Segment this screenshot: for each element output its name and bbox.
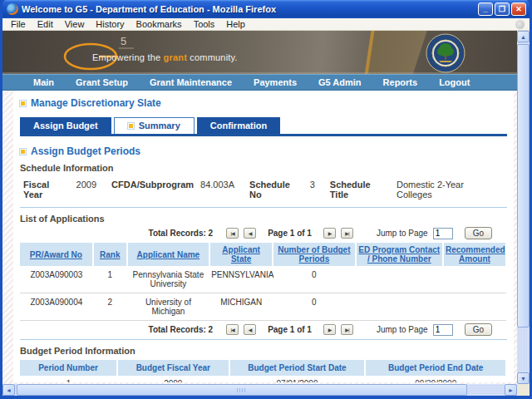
column-header-number-of-budget-periods[interactable]: Number of Budget Periods [273,243,355,266]
page-content: Manage Discretionary Slate Assign Budget… [13,91,514,382]
go-button[interactable]: Go [465,227,492,239]
department-of-education-seal-icon [426,33,466,74]
budget-periods-table: Period NumberBudget Fiscal YearBudget Pe… [20,360,507,382]
applications-pager-bottom: Total Records: 2|◀◀Page 1 of 1▶▶|Jump to… [20,323,492,336]
firefox-throbber-icon [515,20,525,29]
browser-window: Welcome to G5 - Department of Education … [0,0,532,399]
nav-item-payments[interactable]: Payments [243,77,308,87]
first-page-button[interactable]: |◀ [226,324,239,335]
maximize-button[interactable]: ❐ [495,2,510,16]
last-page-button[interactable]: ▶| [341,228,353,239]
menu-bookmarks[interactable]: Bookmarks [131,19,187,29]
schedule-field-value-schedule-title: Domestic 2-Year Colleges [397,180,499,200]
nav-item-grant-maintenance[interactable]: Grant Maintenance [139,77,243,87]
window-title: Welcome to G5 - Department of Education … [22,4,478,14]
last-page-button[interactable]: ▶| [341,324,353,335]
menu-tools[interactable]: Tools [189,19,220,29]
scroll-right-button[interactable]: ► [505,384,517,396]
schedule-field-value-cfda-subprogram: 84.003A [200,180,234,190]
menu-bar: FileEditViewHistoryBookmarksToolsHelp [2,18,530,31]
tagline-highlight: grant [164,52,188,62]
cell-number-of-budget-periods: 0 [273,266,355,293]
column-header-pr-award-no[interactable]: PR/Award No [20,243,93,266]
vertical-scrollbar[interactable]: ▲ ▼ [517,31,530,384]
nav-item-grant-setup[interactable]: Grant Setup [65,77,139,87]
title-bar[interactable]: Welcome to G5 - Department of Education … [2,0,530,18]
tab-bar: Assign BudgetSummaryConfirmation [20,117,507,136]
cell-applicant-state: MICHIGAN [209,293,273,321]
nav-item-logout[interactable]: Logout [428,77,480,87]
jump-to-page-label: Jump to Page [377,229,428,238]
previous-page-button[interactable]: ◀ [244,324,256,335]
column-header-recommended-amount[interactable]: Recommended Amount [443,243,506,266]
menu-history[interactable]: History [91,19,129,29]
tab-label: Assign Budget [33,121,98,131]
cell-budget-fiscal-year: 2009 [117,376,229,382]
schedule-field-label-schedule-title: Schedule Title [330,180,390,200]
column-header-applicant-name[interactable]: Applicant Name [127,243,209,266]
scrollbar-corner [517,384,530,396]
next-page-button[interactable]: ▶ [323,324,336,335]
schedule-field-label-cfda-subprogram: CFDA/Subprogram [111,180,194,190]
horizontal-scrollbar[interactable]: ◄ ► [2,384,517,396]
column-header-applicant-state[interactable]: Applicant State [209,243,273,266]
cell-applicant-name: University of Michigan [127,293,209,321]
cell-budget-period-end-date: 09/30/2009 [365,376,506,382]
schedule-information-label: Schedule Information [20,163,507,173]
total-records-label: Total Records: 2 [149,229,214,238]
nav-item-main[interactable]: Main [22,77,65,87]
cell-applicant-state: PENNSYLVANIA [209,266,273,293]
active-tab-square-icon [128,123,134,129]
bp-column-header-budget-fiscal-year: Budget Fiscal Year [117,360,229,376]
jump-to-page-input[interactable] [433,324,453,336]
tagline-prefix: Empowering the [92,52,164,62]
menu-file[interactable]: File [6,19,31,29]
cell-recommended-amount [443,266,506,293]
scroll-left-button[interactable]: ◄ [2,384,15,396]
web-page: 5 Empowering the grant community. [2,31,517,384]
menu-help[interactable]: Help [221,19,250,29]
browser-viewport: 5 Empowering the grant community. [2,31,530,396]
previous-page-button[interactable]: ◀ [244,228,256,239]
schedule-field-value-schedule-no: 3 [310,180,315,190]
schedule-field-label-schedule-no: Schedule No [249,180,303,200]
cell-ed-program-contact-phone-number [356,293,443,321]
nav-item-reports[interactable]: Reports [372,77,429,87]
column-header-ed-program-contact-phone-number[interactable]: ED Program Contact / Phone Number [356,243,443,266]
main-nav-bar: MainGrant SetupGrant MaintenancePayments… [2,74,517,91]
bp-column-header-budget-period-start-date: Budget Period Start Date [229,360,366,376]
vertical-scroll-track[interactable] [517,42,530,372]
jump-to-page-label: Jump to Page [377,325,428,334]
banner-tagline: Empowering the grant community. [92,52,238,62]
tab-confirmation[interactable]: Confirmation [197,117,280,134]
go-button[interactable]: Go [465,323,492,336]
section-title: Assign Budget Periods [31,145,140,157]
bullet-square-icon [20,101,26,106]
column-header-rank[interactable]: Rank [93,243,127,266]
horizontal-scroll-track[interactable] [15,384,505,396]
cell-pr-award-no: Z003A090003 [20,266,93,293]
menu-edit[interactable]: Edit [32,19,58,29]
menu-view[interactable]: View [60,19,90,29]
total-records-label: Total Records: 2 [149,325,214,334]
cell-rank: 2 [93,293,127,321]
first-page-button[interactable]: |◀ [226,228,239,239]
tab-label: Summary [139,121,180,131]
tab-summary[interactable]: Summary [114,117,195,134]
scroll-up-button[interactable]: ▲ [517,31,530,42]
bp-column-header-period-number: Period Number [20,360,117,376]
scroll-down-button[interactable]: ▼ [517,372,530,384]
minimize-button[interactable]: _ [478,2,493,16]
bp-column-header-budget-period-end-date: Budget Period End Date [365,360,506,376]
applications-table: PR/Award NoRankApplicant NameApplicant S… [20,243,507,321]
vertical-scroll-thumb[interactable] [517,44,530,328]
cell-budget-period-start-date: 07/01/2009 [229,376,366,382]
horizontal-scroll-thumb[interactable] [17,384,467,396]
page-indicator: Page 1 of 1 [268,325,312,334]
nav-item-g5-admin[interactable]: G5 Admin [308,77,372,87]
next-page-button[interactable]: ▶ [323,228,336,239]
jump-to-page-input[interactable] [433,228,453,239]
close-button[interactable]: ✕ [511,2,526,16]
tab-assign-budget[interactable]: Assign Budget [20,117,111,134]
schedule-field-value-fiscal-year: 2009 [76,180,96,190]
